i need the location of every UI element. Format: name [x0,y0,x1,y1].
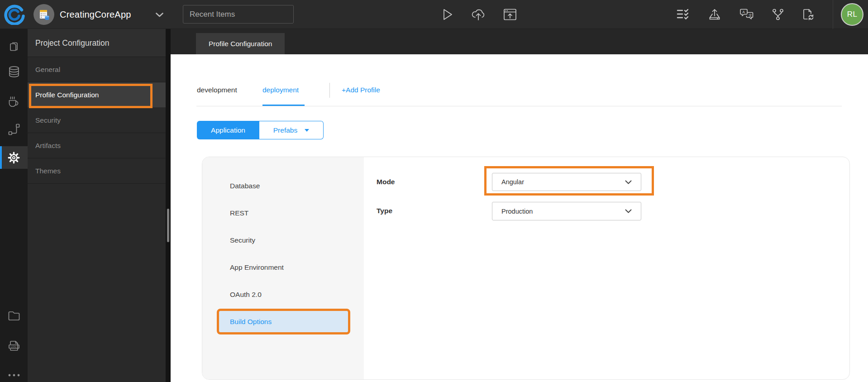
panel-item-oauth[interactable]: OAuth 2.0 [202,281,364,308]
export-icon[interactable] [707,7,722,22]
topbar-divider [833,0,833,29]
profile-tab-deployment[interactable]: deployment [262,86,299,94]
more-icon[interactable] [0,373,28,377]
sidebar-item-artifacts[interactable]: Artifacts [28,133,166,158]
database-icon[interactable] [0,65,28,79]
svg-text:文: 文 [749,13,752,17]
application-toggle-button[interactable]: Application [197,121,259,139]
sidebar-item-security[interactable]: Security [28,108,166,133]
logs-icon[interactable]: LOG [0,339,28,353]
chevron-down-icon [625,209,632,213]
caret-down-icon [305,129,309,132]
tab-divider [329,83,330,98]
sidebar-scrollbar[interactable] [166,29,171,382]
sidebar-item-themes[interactable]: Themes [28,158,166,184]
svg-text:A: A [743,10,745,14]
chevron-down-icon[interactable] [156,13,163,17]
chevron-down-icon [625,180,632,184]
wavemaker-logo-icon[interactable] [4,4,25,25]
open-tabs-strip: Profile Configuration [171,29,868,54]
main-area: Profile Configuration development deploy… [171,29,868,382]
log-icon-label: LOG [10,345,16,348]
file-explorer-icon[interactable] [0,309,28,322]
vcs-branch-icon[interactable] [770,7,786,22]
panel-item-security[interactable]: Security [202,227,364,254]
application-prefabs-toggle: Application Prefabs [197,121,324,139]
profile-configuration-content: development deployment +Add Profile Appl… [171,54,868,382]
sidebar-item-general[interactable]: General [28,57,166,82]
user-avatar[interactable]: RL [841,3,863,26]
panel-item-database[interactable]: Database [202,172,364,200]
icon-rail: LOG [0,29,28,382]
add-profile-button[interactable]: +Add Profile [342,86,380,94]
wavemaker-studio: CreatingCoreApp [0,0,868,382]
sidebar-item-profile-configuration[interactable]: Profile Configuration [28,82,166,108]
mode-label: Mode [377,173,395,191]
prefabs-toggle-button[interactable]: Prefabs [259,121,324,139]
sidebar-header: Project Configuration [28,29,166,57]
settings-panel-menu: Database REST Security App Environment O [202,157,364,379]
file-sync-icon[interactable] [801,7,816,22]
profile-tab-development[interactable]: development [197,86,237,94]
topbar: CreatingCoreApp [0,0,868,29]
project-title[interactable]: CreatingCoreApp [60,0,131,29]
translate-icon[interactable]: A 文 [739,7,754,22]
cloud-deploy-icon[interactable] [471,7,486,22]
pages-icon[interactable] [0,40,28,53]
tab-profile-configuration[interactable]: Profile Configuration [196,33,285,54]
java-services-icon[interactable] [0,95,28,109]
panel-item-build-options[interactable]: Build Options [202,308,364,335]
type-select[interactable]: Production [492,202,641,220]
recent-items-input[interactable] [183,5,294,24]
type-label: Type [377,202,392,220]
panel-item-app-environment[interactable]: App Environment [202,254,364,281]
run-play-icon[interactable] [440,7,455,22]
settings-icon[interactable] [0,151,28,164]
apis-icon[interactable] [0,123,28,136]
settings-sidebar: Project Configuration General Profile Co… [28,29,166,382]
mode-select[interactable]: Angular [492,173,641,191]
project-icon[interactable] [33,4,54,25]
preview-app-icon[interactable] [502,7,518,22]
checklist-icon[interactable] [675,7,691,22]
tabs-rule [196,106,842,106]
panel-item-rest[interactable]: REST [202,200,364,227]
scrollbar-thumb[interactable] [167,209,169,242]
